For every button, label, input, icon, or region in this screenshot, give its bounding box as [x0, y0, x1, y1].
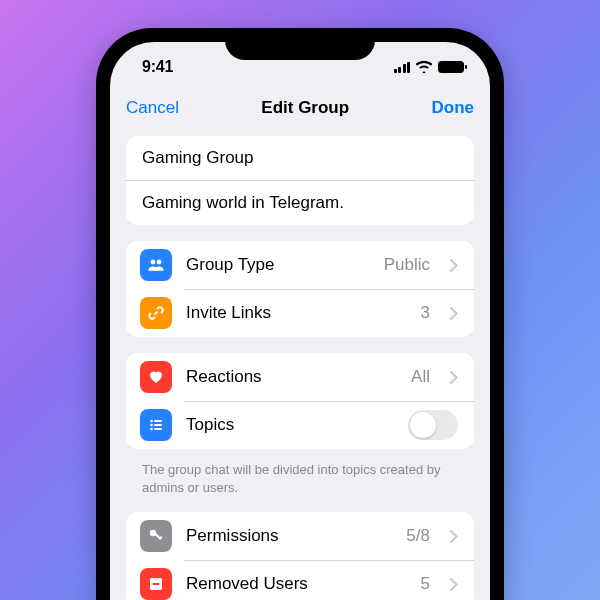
svg-rect-5 [154, 424, 162, 426]
group-type-label: Group Type [186, 255, 370, 275]
permissions-row[interactable]: Permissions 5/8 [126, 512, 474, 560]
removed-users-label: Removed Users [186, 574, 407, 594]
removed-users-row[interactable]: Removed Users 5 [126, 560, 474, 600]
chevron-right-icon [450, 259, 458, 272]
features-card: Reactions All Topics [126, 353, 474, 449]
done-button[interactable]: Done [432, 98, 475, 118]
reactions-row[interactable]: Reactions All [126, 353, 474, 401]
nav-bar: Cancel Edit Group Done [110, 86, 490, 130]
svg-point-4 [150, 424, 153, 427]
svg-point-6 [150, 428, 153, 431]
screen: 9:41 Cancel Edit Group Done Gaming Group… [110, 42, 490, 600]
key-icon [140, 520, 172, 552]
chevron-right-icon [450, 307, 458, 320]
permissions-value: 5/8 [406, 526, 430, 546]
group-type-row[interactable]: Group Type Public [126, 241, 474, 289]
reactions-label: Reactions [186, 367, 397, 387]
svg-rect-12 [153, 583, 160, 585]
status-indicators [394, 61, 465, 73]
group-type-value: Public [384, 255, 430, 275]
topics-footer: The group chat will be divided into topi… [126, 455, 474, 512]
phone-frame: 9:41 Cancel Edit Group Done Gaming Group… [96, 28, 504, 600]
removed-icon [140, 568, 172, 600]
group-type-icon [140, 249, 172, 281]
chevron-right-icon [450, 371, 458, 384]
cellular-icon [394, 61, 411, 73]
heart-icon [140, 361, 172, 393]
group-info-card: Gaming Group Gaming world in Telegram. [126, 136, 474, 225]
svg-rect-7 [154, 428, 162, 430]
notch [225, 28, 375, 60]
svg-rect-3 [154, 420, 162, 422]
reactions-value: All [411, 367, 430, 387]
cancel-button[interactable]: Cancel [126, 98, 179, 118]
removed-users-value: 5 [421, 574, 430, 594]
topics-row: Topics [126, 401, 474, 449]
permissions-label: Permissions [186, 526, 392, 546]
topics-label: Topics [186, 415, 394, 435]
content: Gaming Group Gaming world in Telegram. G… [110, 130, 490, 600]
page-title: Edit Group [261, 98, 349, 118]
group-description-input[interactable]: Gaming world in Telegram. [126, 181, 474, 225]
link-icon [140, 297, 172, 329]
invite-links-value: 3 [421, 303, 430, 323]
svg-point-2 [150, 420, 153, 423]
battery-icon [438, 61, 464, 73]
svg-point-0 [151, 260, 156, 265]
admin-card: Permissions 5/8 Removed Users 5 [126, 512, 474, 600]
links-card: Group Type Public Invite Links 3 [126, 241, 474, 337]
invite-links-row[interactable]: Invite Links 3 [126, 289, 474, 337]
svg-point-1 [157, 260, 162, 265]
chevron-right-icon [450, 530, 458, 543]
group-name-input[interactable]: Gaming Group [126, 136, 474, 181]
topics-toggle[interactable] [408, 410, 458, 440]
status-time: 9:41 [142, 58, 173, 76]
chevron-right-icon [450, 578, 458, 591]
invite-links-label: Invite Links [186, 303, 407, 323]
wifi-icon [416, 61, 432, 73]
topics-icon [140, 409, 172, 441]
